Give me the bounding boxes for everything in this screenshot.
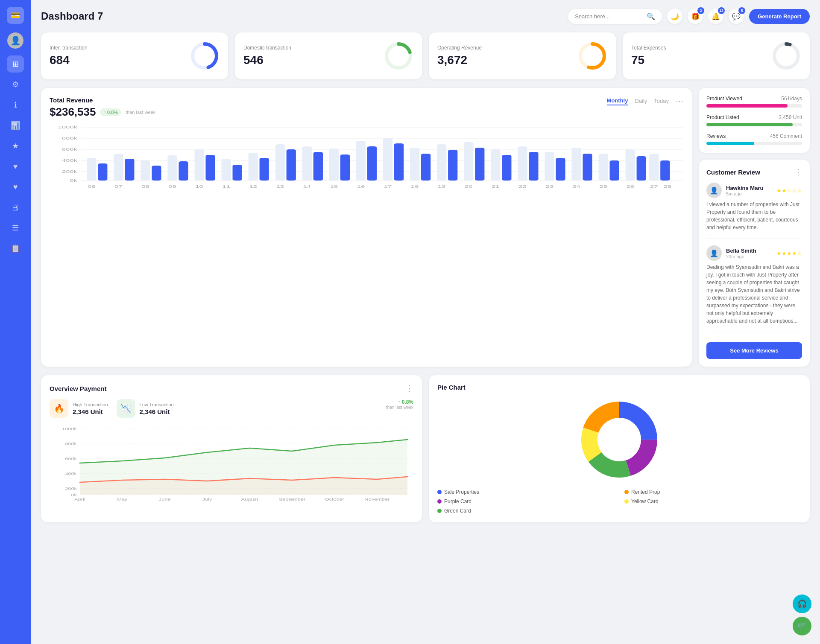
sidebar-logo[interactable]: 💳: [7, 7, 24, 24]
stats-row: Inter. transaction 684 Domestic transact…: [41, 32, 810, 79]
right-panel: Product Viewed 561/days Product Listed 3…: [699, 88, 810, 367]
see-more-reviews-button[interactable]: See More Reviews: [706, 342, 802, 359]
svg-rect-45: [421, 154, 430, 181]
stat-card-expenses: Total Expenses 75: [623, 32, 810, 79]
ov-stat-low-icon: 📉: [117, 399, 135, 418]
metric-listed-value: 3,456 Unit: [779, 114, 802, 120]
svg-text:23: 23: [545, 184, 554, 189]
svg-rect-35: [287, 149, 296, 181]
sidebar-item-print[interactable]: 🖨: [7, 199, 24, 216]
sidebar-item-settings[interactable]: ⚙: [7, 76, 24, 93]
svg-text:April: April: [74, 497, 85, 501]
revenue-chart-left: Total Revenue $236,535 ↑ 0.8% than last …: [50, 96, 155, 119]
metric-viewed-value: 561/days: [781, 96, 802, 102]
svg-text:25: 25: [599, 184, 607, 189]
reviews-title: Customer Review: [706, 169, 760, 176]
stat-label-expenses: Total Expenses: [631, 45, 666, 51]
tab-today[interactable]: Today: [654, 98, 669, 105]
legend-dot-purple: [437, 499, 442, 504]
metric-listed-bar: [706, 123, 802, 126]
donut-chart-domestic: [384, 41, 413, 71]
sidebar-item-chart[interactable]: 📊: [7, 117, 24, 134]
pie-chart-svg: [577, 397, 662, 482]
svg-rect-29: [205, 155, 215, 181]
overview-more-btn[interactable]: ⋮: [406, 384, 413, 393]
ov-stat-low-label: Low Transaction: [140, 402, 174, 407]
svg-rect-40: [356, 141, 366, 181]
stat-value-domestic: 546: [243, 53, 291, 67]
metric-product-listed: Product Listed 3,456 Unit: [706, 114, 802, 126]
sidebar-item-heart2[interactable]: ♥: [7, 178, 24, 195]
svg-rect-38: [329, 149, 339, 181]
chat-badge: 5: [738, 7, 745, 14]
svg-rect-41: [367, 146, 377, 181]
svg-rect-25: [152, 166, 161, 181]
svg-rect-31: [233, 165, 242, 181]
sidebar-item-list[interactable]: ☰: [7, 219, 24, 236]
overview-title: Overview Payment: [50, 385, 106, 392]
sidebar-item-star[interactable]: ★: [7, 137, 24, 154]
svg-text:800k: 800k: [62, 136, 78, 140]
bottom-row: Overview Payment ⋮ 🔥 High Transaction 2,…: [41, 375, 810, 522]
svg-rect-49: [475, 148, 484, 181]
svg-text:28: 28: [664, 184, 672, 189]
cart-fab[interactable]: 🛒: [793, 617, 811, 635]
ov-stat-low-value: 2,346 Unit: [140, 408, 174, 415]
gift-icon-btn[interactable]: 🎁 2: [688, 9, 703, 24]
svg-rect-54: [545, 152, 554, 181]
donut-chart-expenses: [771, 41, 801, 71]
generate-report-button[interactable]: Generate Report: [749, 9, 810, 24]
bell-icon-btn[interactable]: 🔔 12: [708, 9, 723, 24]
svg-rect-27: [179, 161, 188, 181]
pie-chart-card: Pie Chart Sale Properties: [429, 375, 810, 522]
sidebar-avatar[interactable]: 👤: [7, 32, 23, 49]
svg-text:12: 12: [249, 184, 257, 189]
svg-text:August: August: [241, 497, 258, 501]
svg-rect-26: [167, 155, 177, 181]
legend-dot-sale: [437, 490, 442, 494]
legend-rented: Rented Prop: [624, 489, 801, 495]
ov-stat-low-info: Low Transaction 2,346 Unit: [140, 402, 174, 415]
search-box[interactable]: 🔍: [568, 9, 662, 24]
stat-info-inter: Inter. transaction 684: [50, 45, 88, 67]
svg-text:600k: 600k: [65, 457, 77, 461]
stat-value-operating: 3,672: [437, 53, 482, 67]
donut-chart-operating: [577, 41, 607, 71]
svg-rect-50: [491, 149, 500, 181]
support-fab[interactable]: 🎧: [793, 594, 811, 613]
line-chart-svg: 1000k 800k 600k 400k 200k 0k April: [50, 425, 413, 501]
legend-label-green: Green Card: [444, 508, 471, 514]
bar-chart-container: 1000k 800k 600k 400k 200k 0k: [50, 123, 683, 191]
sidebar-item-home[interactable]: ⊞: [7, 55, 24, 73]
sidebar-item-info[interactable]: ℹ: [7, 96, 24, 114]
stat-card-operating: Operating Revenue 3,672: [429, 32, 616, 79]
svg-rect-36: [302, 146, 312, 181]
revenue-chart-card: Total Revenue $236,535 ↑ 0.8% than last …: [41, 88, 692, 367]
dark-mode-toggle[interactable]: 🌙: [667, 9, 682, 24]
search-icon: 🔍: [647, 12, 655, 20]
svg-rect-37: [313, 152, 323, 181]
metrics-card: Product Viewed 561/days Product Listed 3…: [699, 88, 810, 153]
legend-yellow: Yellow Card: [624, 498, 801, 504]
svg-text:17: 17: [384, 184, 392, 189]
sidebar-item-doc[interactable]: 📋: [7, 240, 24, 257]
main-content: Dashboard 7 🔍 🌙 🎁 2 🔔 12 💬 5 Generate Re…: [31, 0, 820, 644]
search-input[interactable]: [575, 13, 643, 20]
reviews-more-btn[interactable]: ⋮: [794, 167, 802, 177]
chat-icon-btn[interactable]: 💬 5: [729, 9, 744, 24]
sidebar-item-heart[interactable]: ♥: [7, 158, 24, 175]
tab-monthly[interactable]: Monthly: [607, 97, 628, 105]
svg-rect-28: [194, 149, 204, 181]
legend-dot-yellow: [624, 499, 629, 504]
tab-daily[interactable]: Daily: [635, 98, 647, 105]
svg-rect-53: [529, 152, 538, 181]
svg-text:11: 11: [222, 184, 230, 189]
header: Dashboard 7 🔍 🌙 🎁 2 🔔 12 💬 5 Generate Re…: [41, 9, 810, 24]
metric-reviews: Reviews 456 Comment: [706, 133, 802, 145]
svg-text:19: 19: [438, 184, 446, 189]
stat-card-inter-transaction: Inter. transaction 684: [41, 32, 228, 79]
legend-purple: Purple Card: [437, 498, 614, 504]
more-options-btn[interactable]: ⋯: [676, 96, 683, 106]
ov-stat-low: 📉 Low Transaction 2,346 Unit: [117, 399, 174, 418]
reviewer-row-0: 👤 Hawkins Maru 5m ago ★★☆☆☆: [706, 183, 802, 198]
